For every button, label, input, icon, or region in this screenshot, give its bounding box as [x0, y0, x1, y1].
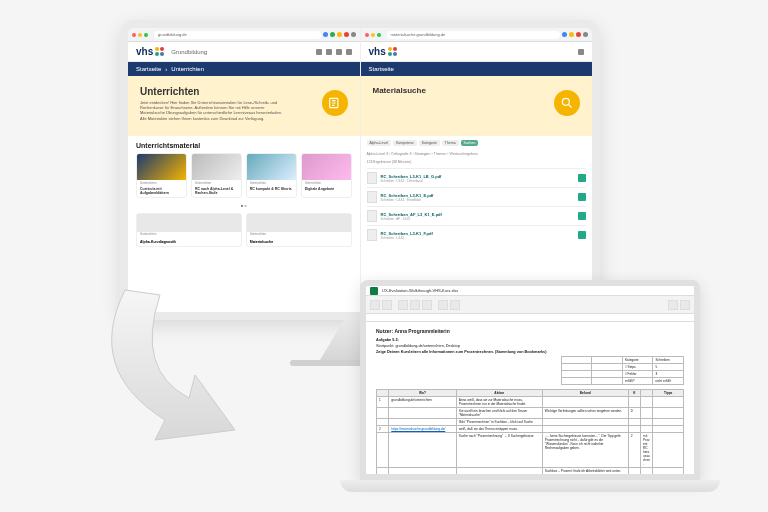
spreadsheet-body[interactable]: Nutzer: Anna Programmleiterin Aufgabe 5.…: [366, 322, 694, 474]
header-tools[interactable]: [578, 49, 584, 55]
result-count: 123 Ergebnisse (30 Minuten): [361, 158, 593, 166]
material-card[interactable]: UnterrichtenCurricula mit Aufgabenblätte…: [136, 153, 187, 198]
wide-card[interactable]: UnterrichtenAlpha-Kurzdiagnostik: [136, 213, 242, 247]
table-row: 2https://materialsuche.grundbildung.de/w…: [377, 426, 684, 433]
search-badge-icon: [554, 90, 580, 116]
download-button[interactable]: [578, 212, 586, 220]
result-item[interactable]: RC_Schreiben_L3-K1_F.pdfSchreiben · L3-K…: [367, 225, 587, 244]
file-icon: [367, 172, 377, 184]
browser-left: grundbildung.de vhs Grundbildung: [128, 28, 361, 312]
table-row: Suchbox – Prozent: finde ich Arbeitsblät…: [377, 468, 684, 475]
browser-right: materialsuche.grundbildung.de vhs S: [361, 28, 593, 312]
download-button[interactable]: [578, 231, 586, 239]
filter-select[interactable]: Kompetenz: [393, 140, 417, 146]
material-card[interactable]: UnterrichtenRC kompakt & RC Shorts: [246, 153, 297, 198]
svg-point-1: [562, 98, 569, 105]
file-icon: [367, 191, 377, 203]
wide-card[interactable]: UnterrichtenMaterialsuche: [246, 213, 352, 247]
card-row: UnterrichtenCurricula mit Aufgabenblätte…: [128, 151, 360, 200]
filter-select[interactable]: Alpha-Level: [367, 140, 391, 146]
header-tools[interactable]: [316, 49, 352, 55]
hero-banner: Materialsuche: [361, 76, 593, 136]
excel-icon: [370, 287, 378, 295]
gear-icon: [336, 49, 342, 55]
user-icon: [326, 49, 332, 55]
download-button[interactable]: [578, 193, 586, 201]
search-icon: [316, 49, 322, 55]
sheet-heading: Nutzer: Anna Programmleiterin: [376, 328, 684, 334]
filter-crumbs: Alpha-Level 3 › Orthografie 3 › Strategi…: [361, 150, 593, 158]
search-button[interactable]: Suchen: [461, 140, 479, 146]
address-bar[interactable]: grundbildung.de: [154, 31, 321, 39]
flow-arrow-icon: [85, 280, 305, 460]
breadcrumb[interactable]: Startseite: [361, 62, 593, 76]
excel-app: UX-Evaluation-Walkthrough-VHS-Kurs.xlsx …: [366, 286, 694, 474]
result-item[interactable]: RC_Schreiben_AF_L3_K1_E.pdfSchreiben · A…: [367, 206, 587, 225]
filter-row: Alpha-Level Kompetenz Kategorie Thema Su…: [361, 136, 593, 150]
menu-icon: [346, 49, 352, 55]
filter-select[interactable]: Kategorie: [419, 140, 440, 146]
file-icon: [367, 229, 377, 241]
page-title: Unterrichten: [140, 86, 348, 97]
address-bar[interactable]: materialsuche.grundbildung.de: [387, 31, 561, 39]
excel-titlebar: UX-Evaluation-Walkthrough-VHS-Kurs.xlsx: [366, 286, 694, 296]
table-row: Gibt "Prozentrechnen" in Suchbox – klick…: [377, 419, 684, 426]
formula-bar[interactable]: [366, 314, 694, 322]
section-heading: Unterrichtsmaterial: [128, 136, 360, 151]
file-name: UX-Evaluation-Walkthrough-VHS-Kurs.xlsx: [382, 288, 458, 293]
breadcrumb[interactable]: Startseite›Unterrichten: [128, 62, 360, 76]
vhs-logo[interactable]: vhs: [369, 46, 398, 57]
table-row: Sie scrollt ein bisschen und klickt auf …: [377, 408, 684, 419]
table-row: Suche nach "Prozentrechnung" → 0 Sucherg…: [377, 433, 684, 468]
page-title: Materialsuche: [373, 86, 581, 95]
carousel-pager[interactable]: ● ○: [128, 200, 360, 211]
evaluation-table: Wo? AktionBefund K Tipps 1grundbildung.d…: [376, 389, 684, 474]
result-item[interactable]: RC_Schreiben_L3-K1_E.pdfSchreiben · L3-K…: [367, 187, 587, 206]
file-icon: [367, 210, 377, 222]
material-card[interactable]: UnterrichtenDigitale Angebote: [301, 153, 352, 198]
material-card[interactable]: UnterrichtenRC nach Alpha-Level & Rechen…: [191, 153, 242, 198]
hero-badge-icon: [322, 90, 348, 116]
download-button[interactable]: [578, 174, 586, 182]
table-row: 1grundbildung.de/unterrichtenAnna weiß, …: [377, 397, 684, 408]
vhs-logo[interactable]: vhs: [136, 46, 165, 57]
filter-select[interactable]: Thema: [442, 140, 459, 146]
browser-chrome: materialsuche.grundbildung.de: [361, 28, 593, 42]
excel-ribbon[interactable]: [366, 296, 694, 314]
laptop: UX-Evaluation-Walkthrough-VHS-Kurs.xlsx …: [340, 280, 720, 492]
browser-chrome: grundbildung.de: [128, 28, 360, 42]
hero-banner: Unterrichten Jetzt entdecken! Hier finde…: [128, 76, 360, 136]
result-item[interactable]: RC_Schreiben_L3-K1_LB_G.pdfSchreiben · L…: [367, 168, 587, 187]
